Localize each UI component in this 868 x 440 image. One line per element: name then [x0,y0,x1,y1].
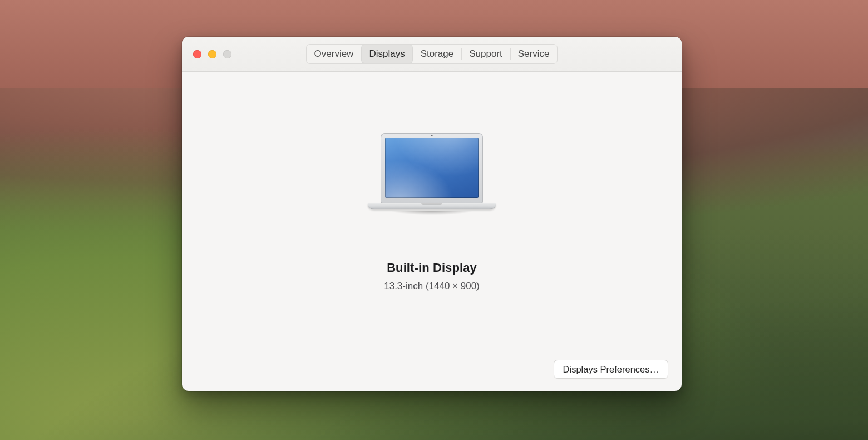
displays-preferences-button[interactable]: Displays Preferences… [554,360,668,379]
minimize-button[interactable] [208,50,216,58]
display-name: Built-in Display [387,261,477,275]
display-resolution: 13.3-inch (1440 × 900) [384,281,480,292]
tab-support[interactable]: Support [461,45,510,63]
tab-displays[interactable]: Displays [361,45,412,63]
window-titlebar: Overview Displays Storage Support Servic… [182,37,682,72]
laptop-icon [368,133,496,217]
content-area: Built-in Display 13.3-inch (1440 × 900) … [182,72,682,391]
about-this-mac-window: Overview Displays Storage Support Servic… [182,37,682,391]
close-button[interactable] [193,50,201,58]
zoom-button[interactable] [223,50,231,58]
tab-bar: Overview Displays Storage Support Servic… [306,44,558,64]
display-info: Built-in Display 13.3-inch (1440 × 900) [182,133,682,292]
tab-overview[interactable]: Overview [307,45,362,63]
tab-storage[interactable]: Storage [413,45,462,63]
tab-service[interactable]: Service [510,45,558,63]
window-controls [193,37,231,71]
